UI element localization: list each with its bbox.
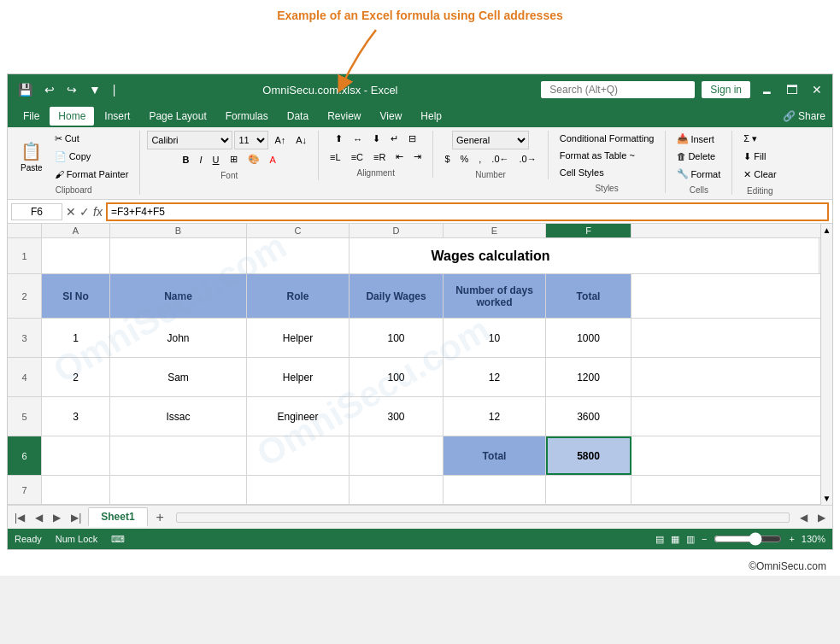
zoom-out-icon[interactable]: − [702, 534, 707, 544]
cell-f3[interactable]: 1000 [546, 319, 631, 357]
cell-a4[interactable]: 2 [42, 358, 110, 396]
customize-icon[interactable]: ▼ [85, 81, 104, 98]
conditional-formatting-button[interactable]: Conditional Formatting [555, 131, 659, 146]
save-icon[interactable]: 💾 [15, 81, 36, 98]
menu-file[interactable]: File [15, 107, 48, 126]
menu-page-layout[interactable]: Page Layout [140, 107, 214, 126]
indent-less-button[interactable]: ⇤ [391, 149, 408, 165]
sheet-nav-last[interactable]: ▶| [68, 510, 85, 525]
hscroll-left[interactable]: ◀ [796, 510, 811, 525]
cell-e5[interactable]: 12 [443, 397, 546, 436]
cell-b7[interactable] [110, 476, 247, 504]
cell-b1[interactable] [110, 238, 247, 273]
cell-c5[interactable]: Engineer [247, 397, 350, 436]
align-top-button[interactable]: ⬆ [331, 131, 347, 147]
cell-f6[interactable]: 5800 [546, 436, 631, 475]
signin-button[interactable]: Sign in [702, 81, 750, 98]
col-header-f[interactable]: F [546, 224, 631, 237]
delete-button[interactable]: 🗑 Delete [673, 149, 725, 164]
cell-d2[interactable]: Daily Wages [350, 274, 443, 318]
col-header-d[interactable]: D [350, 224, 443, 237]
menu-view[interactable]: View [372, 107, 411, 126]
percent-button[interactable]: % [456, 151, 473, 167]
vertical-scrollbar[interactable]: ▲ ▼ [820, 224, 832, 505]
cell-c6[interactable] [247, 436, 350, 475]
menu-home[interactable]: Home [50, 107, 94, 126]
copy-button[interactable]: 📄 Copy [50, 149, 133, 165]
cell-a7[interactable] [42, 476, 110, 504]
col-header-a[interactable]: A [42, 224, 110, 237]
align-bottom-button[interactable]: ⬇ [368, 131, 385, 147]
sheet-tab-sheet1[interactable]: Sheet1 [88, 507, 147, 527]
undo-icon[interactable]: ↩ [41, 81, 58, 98]
col-header-e[interactable]: E [443, 224, 546, 237]
cell-b2[interactable]: Name [110, 274, 247, 318]
cell-f7[interactable] [546, 476, 631, 504]
cell-d5[interactable]: 300 [350, 397, 443, 436]
view-pagebreak-icon[interactable]: ▥ [686, 534, 695, 545]
fill-color-button[interactable]: 🎨 [244, 151, 264, 167]
cell-reference-box[interactable] [11, 203, 62, 220]
clear-button[interactable]: ✕ Clear [739, 167, 780, 183]
align-left-button[interactable]: ≡L [326, 149, 345, 165]
bold-button[interactable]: B [179, 152, 194, 167]
cell-a2[interactable]: Sl No [42, 274, 110, 318]
cell-a5[interactable]: 3 [42, 397, 110, 436]
paste-button[interactable]: 📋 Paste [15, 138, 49, 176]
zoom-in-icon[interactable]: + [789, 534, 794, 544]
view-layout-icon[interactable]: ▦ [671, 534, 679, 545]
cell-a1[interactable] [42, 238, 110, 273]
cell-e4[interactable]: 12 [443, 358, 546, 396]
cell-c7[interactable] [247, 476, 350, 504]
cell-a3[interactable]: 1 [42, 319, 110, 357]
cell-d1[interactable]: Wages calculation [350, 238, 631, 273]
align-right-button[interactable]: ≡R [369, 149, 390, 165]
cell-f1[interactable] [734, 238, 819, 273]
cell-d4[interactable]: 100 [350, 358, 443, 396]
col-header-c[interactable]: C [247, 224, 350, 237]
view-normal-icon[interactable]: ▤ [655, 534, 664, 545]
underline-button[interactable]: U [209, 152, 224, 167]
scroll-down-icon[interactable]: ▼ [823, 494, 831, 503]
autosum-button[interactable]: Σ ▾ [739, 131, 780, 147]
search-input[interactable] [541, 81, 695, 98]
cancel-formula-icon[interactable]: ✕ [66, 205, 76, 219]
insert-function-icon[interactable]: fx [93, 205, 103, 219]
cell-b5[interactable]: Issac [110, 397, 247, 436]
cell-a6[interactable] [42, 436, 110, 475]
menu-review[interactable]: Review [319, 107, 369, 126]
cell-c3[interactable]: Helper [247, 319, 350, 357]
cut-button[interactable]: ✂ Cut [50, 131, 133, 147]
sheet-nav-first[interactable]: |◀ [11, 510, 28, 525]
cell-b4[interactable]: Sam [110, 358, 247, 396]
format-as-table-button[interactable]: Format as Table ~ [555, 148, 659, 163]
cell-b3[interactable]: John [110, 319, 247, 357]
cell-c2[interactable]: Role [247, 274, 350, 318]
formula-input[interactable] [106, 202, 829, 221]
menu-formulas[interactable]: Formulas [217, 107, 277, 126]
indent-more-button[interactable]: ⇥ [409, 149, 426, 165]
wrap-text-button[interactable]: ↵ [386, 131, 402, 147]
close-button[interactable]: ✕ [808, 81, 825, 98]
font-size-select[interactable]: 11 [234, 131, 268, 149]
fill-button[interactable]: ⬇ Fill [739, 149, 780, 165]
cell-c1[interactable] [247, 238, 350, 273]
insert-button[interactable]: 📥 Insert [673, 131, 725, 147]
share-button[interactable]: 🔗 Share [783, 110, 825, 122]
cell-e3[interactable]: 10 [443, 319, 546, 357]
menu-help[interactable]: Help [412, 107, 450, 126]
cell-e7[interactable] [443, 476, 546, 504]
cell-f5[interactable]: 3600 [546, 397, 631, 436]
scroll-up-icon[interactable]: ▲ [823, 225, 831, 235]
sheet-nav-prev[interactable]: ◀ [32, 510, 46, 525]
cell-e2[interactable]: Number of days worked [443, 274, 546, 318]
decrease-font-button[interactable]: A↓ [291, 132, 311, 148]
font-name-select[interactable]: Calibri [147, 131, 232, 149]
align-center-button[interactable]: ≡C [347, 149, 367, 165]
cell-styles-button[interactable]: Cell Styles [555, 165, 659, 180]
sheet-nav-next[interactable]: ▶ [50, 510, 64, 525]
zoom-slider[interactable] [714, 532, 782, 546]
cell-b6[interactable] [110, 436, 247, 475]
comma-button[interactable]: , [474, 151, 485, 167]
menu-insert[interactable]: Insert [96, 107, 138, 126]
